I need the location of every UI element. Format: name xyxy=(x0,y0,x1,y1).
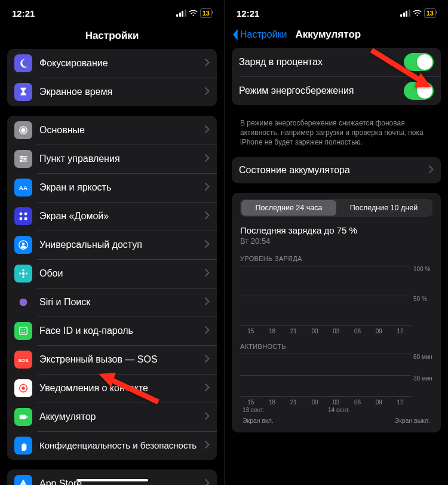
last-charge-headline: Последняя зарядка до 75 % xyxy=(240,225,432,235)
chevron-right-icon xyxy=(205,182,210,193)
svg-point-13 xyxy=(22,272,25,275)
svg-point-20 xyxy=(22,329,23,330)
settings-row-gear[interactable]: Основные xyxy=(7,116,217,145)
settings-group-focus: ФокусированиеЭкранное время xyxy=(7,49,217,106)
hand-icon xyxy=(14,437,32,455)
svg-rect-10 xyxy=(24,217,27,220)
battery-content[interactable]: Заряд в процентах Режим энергосбережения… xyxy=(225,48,448,454)
y-axis-labels: 100 %50 % xyxy=(411,266,432,326)
home-indicator[interactable] xyxy=(76,479,148,481)
svg-point-18 xyxy=(20,299,27,306)
svg-point-15 xyxy=(22,276,24,278)
battery-icon xyxy=(14,408,32,426)
row-battery-percentage[interactable]: Заряд в процентах xyxy=(232,48,441,76)
wifi-icon xyxy=(413,10,422,17)
svg-point-14 xyxy=(22,269,24,272)
back-button[interactable]: Настройки xyxy=(232,29,287,40)
settings-row-flower[interactable]: Обои xyxy=(7,259,217,288)
settings-row-hand[interactable]: Конфиденциальность и безопасность xyxy=(7,431,217,460)
low-power-note: В режиме энергосбережения снижается фоно… xyxy=(232,115,441,157)
wifi-icon xyxy=(189,10,198,17)
svg-point-3 xyxy=(21,156,23,158)
svg-point-5 xyxy=(20,160,23,162)
settings-list[interactable]: ФокусированиеЭкранное время ОсновныеПунк… xyxy=(0,49,224,485)
row-label: Face ID и код-пароль xyxy=(39,325,205,337)
chevron-right-icon xyxy=(205,412,210,422)
svg-rect-8 xyxy=(24,213,27,216)
segment-24h[interactable]: Последние 24 часа xyxy=(241,200,336,216)
row-label: Универсальный доступ xyxy=(39,239,205,251)
toggle-low-power-mode[interactable] xyxy=(404,82,434,100)
hourglass-icon xyxy=(14,83,32,101)
settings-row-moon[interactable]: Фокусирование xyxy=(7,49,217,78)
segment-10d[interactable]: Последние 10 дней xyxy=(336,200,431,216)
battery-health-group: Состояние аккумулятора xyxy=(232,157,441,183)
svg-rect-7 xyxy=(20,213,23,216)
chevron-left-icon xyxy=(232,29,239,40)
row-label: Обои xyxy=(39,268,205,280)
chevron-right-icon xyxy=(205,297,210,308)
battery-icon: 13 xyxy=(200,8,212,18)
settings-group-general: ОсновныеПункт управленияAAЭкран и яркост… xyxy=(7,116,217,460)
segment-control[interactable]: Последние 24 часа Последние 10 дней xyxy=(240,199,432,217)
row-label: Экран «Домой» xyxy=(39,210,205,222)
chevron-right-icon xyxy=(205,58,210,69)
settings-row-aa[interactable]: AAЭкран и яркость xyxy=(7,173,217,202)
last-charge-time: Вт 20:54 xyxy=(240,237,432,245)
toggle-battery-percentage[interactable] xyxy=(404,53,434,71)
chevron-right-icon xyxy=(205,87,210,97)
chevron-right-icon xyxy=(205,125,210,136)
chevron-right-icon xyxy=(205,383,210,394)
activity-legend: Экран вкл.Экран выкл. xyxy=(240,417,432,424)
exposure-icon xyxy=(14,379,32,397)
svg-rect-19 xyxy=(20,327,27,335)
row-label: Экран и яркость xyxy=(39,182,205,194)
row-battery-health[interactable]: Состояние аккумулятора xyxy=(232,157,441,183)
settings-row-siri[interactable]: Siri и Поиск xyxy=(7,288,217,317)
svg-text:SOS: SOS xyxy=(18,358,29,363)
person-icon xyxy=(14,236,32,254)
settings-row-appstore[interactable]: App Store xyxy=(7,469,217,485)
signal-icon xyxy=(176,10,186,17)
row-label: Пункт управления xyxy=(39,153,205,165)
settings-row-grid[interactable]: Экран «Домой» xyxy=(7,202,217,231)
settings-row-hourglass[interactable]: Экранное время xyxy=(7,78,217,106)
status-bar-right: 12:21 13 xyxy=(225,0,448,24)
chevron-right-icon xyxy=(205,268,210,279)
settings-row-sos[interactable]: SOSЭкстренный вызов — SOS xyxy=(7,345,217,374)
chevron-right-icon xyxy=(205,154,210,164)
settings-row-person[interactable]: Универсальный доступ xyxy=(7,231,217,259)
svg-point-28 xyxy=(26,388,27,389)
chevron-right-icon xyxy=(429,165,434,176)
chevron-right-icon xyxy=(205,478,210,485)
row-low-power-mode[interactable]: Режим энергосбережения xyxy=(232,76,441,105)
status-time: 12:21 xyxy=(12,8,35,19)
svg-point-21 xyxy=(24,329,25,330)
sos-icon: SOS xyxy=(14,351,32,369)
settings-group-appstore: App Store xyxy=(7,469,217,485)
svg-text:AA: AA xyxy=(19,185,27,191)
page-title: Настройки xyxy=(0,24,224,49)
svg-point-2 xyxy=(22,129,25,132)
status-bar-left: 12:21 13 xyxy=(0,0,224,24)
nav-header: Настройки Аккумулятор xyxy=(225,24,448,48)
chevron-right-icon xyxy=(205,354,210,365)
sliders-icon xyxy=(14,150,32,168)
settings-row-battery[interactable]: Аккумулятор xyxy=(7,403,217,431)
svg-rect-29 xyxy=(20,415,26,419)
status-icons: 13 xyxy=(176,8,212,18)
settings-row-sliders[interactable]: Пункт управления xyxy=(7,145,217,173)
svg-point-16 xyxy=(19,272,22,275)
settings-row-exposure[interactable]: Уведомления о контакте xyxy=(7,374,217,403)
status-time: 12:21 xyxy=(237,8,259,19)
row-label: Аккумулятор xyxy=(39,411,205,423)
usage-card: Последние 24 часа Последние 10 дней Посл… xyxy=(232,193,441,432)
appstore-icon xyxy=(14,475,32,485)
row-label: Siri и Поиск xyxy=(39,296,205,308)
settings-row-face[interactable]: Face ID и код-пароль xyxy=(7,317,217,345)
svg-point-26 xyxy=(23,391,24,392)
row-label: Фокусирование xyxy=(39,57,205,69)
svg-rect-30 xyxy=(26,416,27,418)
siri-icon xyxy=(14,293,32,311)
chevron-right-icon xyxy=(205,440,210,451)
